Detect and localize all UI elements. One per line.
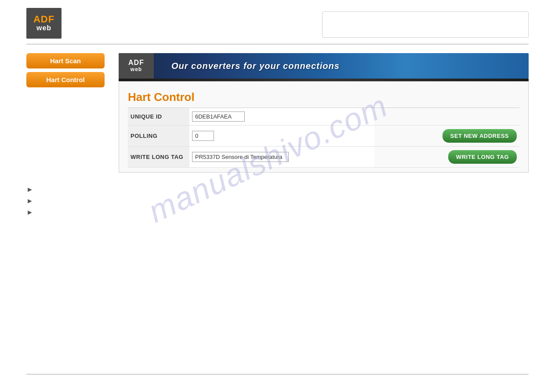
hart-scan-button[interactable]: Hart Scan <box>26 53 105 68</box>
hart-control-title: Hart Control <box>128 86 519 108</box>
bullet-arrow-3: ► <box>26 209 33 216</box>
write-long-tag-btn-cell: WRITE LONG TAG <box>374 147 519 168</box>
banner: ADF web Our converters for your connecti… <box>119 53 529 79</box>
footer-divider <box>26 374 529 374</box>
hart-control-section: Hart Control UNIQUE ID POLLING SET NEW A… <box>119 81 529 173</box>
unique-id-input-cell <box>189 108 374 126</box>
write-long-tag-row: WRITE LONG TAG WRITE LONG TAG <box>128 147 519 168</box>
logo-adf-text: ADF <box>33 14 54 24</box>
banner-logo: ADF web <box>119 53 154 79</box>
page-header: ADF web <box>0 0 555 39</box>
content-panel: ADF web Our converters for your connecti… <box>119 44 529 173</box>
bullet-item-2: ► <box>26 197 555 205</box>
polling-row: POLLING SET NEW ADDRESS <box>128 126 519 147</box>
banner-logo-adf: ADF <box>128 59 144 66</box>
banner-logo-web: web <box>131 66 142 72</box>
bullet-item-1: ► <box>26 186 555 194</box>
set-new-address-btn-cell: SET NEW ADDRESS <box>374 126 519 147</box>
bullet-arrow-1: ► <box>26 186 33 194</box>
write-long-tag-button[interactable]: WRITE LONG TAG <box>448 150 517 164</box>
main-wrapper: Hart Scan Hart Control ADF web Our conve… <box>26 44 529 173</box>
sidebar: Hart Scan Hart Control <box>26 44 114 173</box>
bullet-arrow-2: ► <box>26 197 33 205</box>
hart-control-button[interactable]: Hart Control <box>26 72 105 87</box>
write-long-tag-input-cell <box>189 147 374 168</box>
write-long-tag-input[interactable] <box>192 152 289 162</box>
logo-web-text: web <box>36 24 51 32</box>
hart-control-table: UNIQUE ID POLLING SET NEW ADDRESS <box>128 108 519 168</box>
header-search-box[interactable] <box>322 11 529 38</box>
unique-id-label: UNIQUE ID <box>128 108 189 126</box>
polling-input[interactable] <box>192 131 214 141</box>
banner-tagline: Our converters for your connections <box>171 61 340 71</box>
polling-label: POLLING <box>128 126 189 147</box>
write-long-tag-label: WRITE LONG TAG <box>128 147 189 168</box>
bullets-section: ► ► ► <box>26 186 555 216</box>
polling-input-cell <box>189 126 374 147</box>
bullet-item-3: ► <box>26 209 555 216</box>
set-new-address-button[interactable]: SET NEW ADDRESS <box>443 129 517 143</box>
unique-id-row: UNIQUE ID <box>128 108 519 126</box>
header-logo: ADF web <box>26 8 62 39</box>
unique-id-input[interactable] <box>192 111 245 122</box>
